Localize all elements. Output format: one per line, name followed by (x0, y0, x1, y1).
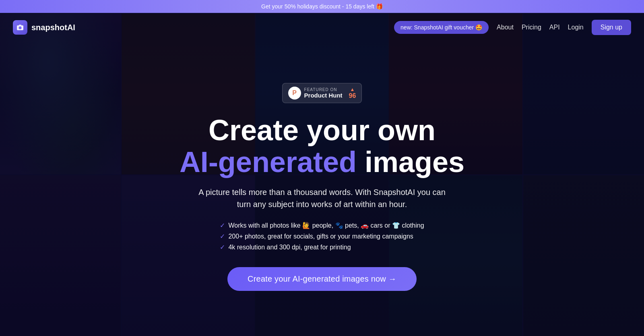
feature-item-1: ✓ Works with all photos like 🙋 people, 🐾… (220, 222, 424, 229)
hero-section: P FEATURED ON Product Hunt ▲ 96 Create y… (0, 14, 644, 336)
nav-link-about[interactable]: About (497, 24, 514, 31)
logo[interactable]: snapshotAI (13, 20, 75, 35)
hero-title: Create your own AI-generated images (180, 114, 464, 178)
cta-button[interactable]: Create your AI-generated images now → (227, 267, 417, 291)
svg-point-1 (19, 27, 22, 29)
feature-text-3: 4k resolution and 300 dpi, great for pri… (228, 244, 351, 251)
feature-text-2: 200+ photos, great for socials, gifts or… (228, 233, 413, 240)
nav-right: new: SnapshotAI gift voucher 🤩 About Pri… (394, 20, 631, 35)
ph-count: 96 (349, 92, 356, 100)
ph-name: Product Hunt (304, 92, 343, 99)
nav-link-login[interactable]: Login (568, 24, 584, 31)
feature-text-1: Works with all photos like 🙋 people, 🐾 p… (228, 222, 424, 229)
product-hunt-logo: P (288, 87, 301, 100)
navbar: snapshotAI new: SnapshotAI gift voucher … (0, 14, 644, 41)
svg-rect-2 (19, 25, 21, 26)
ph-triangle: ▲ (350, 87, 355, 92)
check-icon-3: ✓ (220, 243, 225, 251)
product-hunt-info: FEATURED ON Product Hunt (304, 87, 343, 99)
nav-link-api[interactable]: API (549, 24, 560, 31)
check-icon-1: ✓ (220, 222, 225, 229)
signup-button[interactable]: Sign up (592, 20, 631, 35)
top-banner: Get your 50% holidays discount - 15 days… (0, 0, 644, 13)
hero-features: ✓ Works with all photos like 🙋 people, 🐾… (220, 222, 424, 251)
ph-featured-label: FEATURED ON (304, 87, 337, 92)
logo-icon (13, 20, 27, 35)
gift-voucher-button[interactable]: new: SnapshotAI gift voucher 🤩 (394, 21, 489, 34)
feature-item-2: ✓ 200+ photos, great for socials, gifts … (220, 232, 424, 240)
hero-subtitle: A picture tells more than a thousand wor… (193, 186, 451, 210)
product-hunt-badge[interactable]: P FEATURED ON Product Hunt ▲ 96 (282, 83, 362, 103)
check-icon-2: ✓ (220, 232, 225, 240)
product-hunt-score: ▲ 96 (349, 87, 356, 100)
banner-text: Get your 50% holidays discount - 15 days… (261, 3, 383, 10)
logo-text: snapshotAI (31, 23, 75, 32)
hero-title-images: images (365, 146, 464, 178)
nav-link-pricing[interactable]: Pricing (522, 24, 541, 31)
hero-title-line1: Create your own (208, 114, 436, 146)
feature-item-3: ✓ 4k resolution and 300 dpi, great for p… (220, 243, 424, 251)
hero-title-ai: AI-generated (180, 146, 357, 178)
